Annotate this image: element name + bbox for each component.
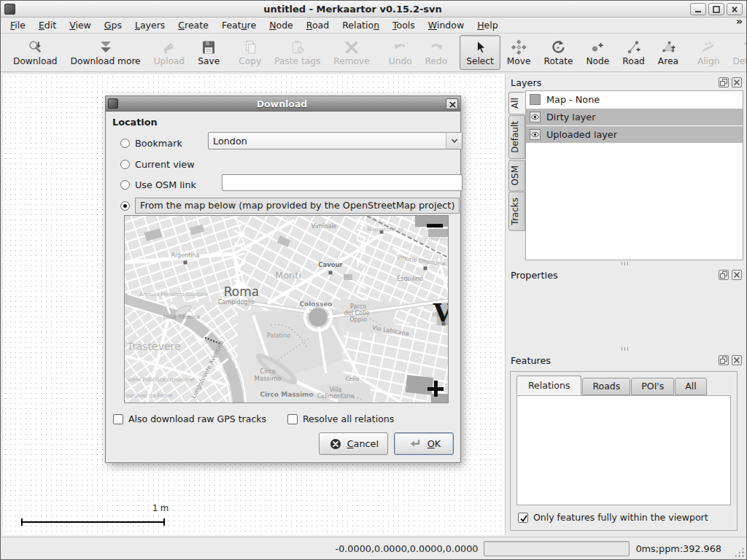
menu-view[interactable]: View	[63, 18, 98, 33]
features-list[interactable]	[516, 395, 731, 505]
layers-tab-tracks[interactable]: Tracks	[508, 192, 525, 231]
menu-tools[interactable]: Tools	[386, 18, 422, 33]
osm-link-input[interactable]	[222, 174, 462, 191]
toolbar-button-rotate[interactable]: Rotate	[538, 35, 580, 70]
layers-tab-all[interactable]: All	[508, 92, 525, 114]
layer-row[interactable]: Uploaded layer	[526, 126, 743, 144]
features-tab-pois[interactable]: POI's	[631, 378, 674, 395]
menu-edit[interactable]: Edit	[32, 18, 63, 33]
cancel-button-label: Cancel	[347, 438, 379, 449]
window-titlebar[interactable]: untitled - Merkaartor v0.15.2-svn	[1, 1, 746, 18]
toolbar-button-remove[interactable]: Remove	[327, 35, 376, 70]
toolbar-button-align[interactable]: Align	[691, 35, 727, 70]
layer-row[interactable]: Dirty layer	[526, 109, 743, 126]
menubar: FileEditViewGpsLayersCreateFeatureNodeRo…	[1, 18, 746, 34]
save-icon	[200, 39, 217, 56]
check-icon	[519, 514, 528, 523]
toolbar-button-label: Paste tags	[274, 56, 320, 66]
menu-file[interactable]: File	[4, 18, 32, 33]
menu-node[interactable]: Node	[263, 18, 300, 33]
toolbar-button-detach[interactable]: Detach	[726, 35, 747, 70]
menu-gps[interactable]: Gps	[98, 18, 128, 33]
map-zoom-in-button[interactable]	[427, 381, 444, 397]
menu-feature[interactable]: Feature	[215, 18, 263, 33]
map-label: Esquilino	[397, 276, 423, 282]
from-map-radio[interactable]	[120, 201, 130, 211]
float-icon	[719, 356, 728, 365]
dock-splitter[interactable]	[508, 260, 743, 267]
ok-button[interactable]: OK	[394, 432, 454, 455]
maximize-button[interactable]	[708, 3, 724, 15]
features-tab-relations[interactable]: Relations	[516, 376, 581, 395]
layer-swatch-icon[interactable]	[530, 94, 541, 105]
toolbar-button-redo[interactable]: Redo	[419, 35, 454, 70]
redo-icon	[427, 39, 445, 56]
layer-label: Dirty layer	[546, 112, 595, 122]
window-title: untitled - Merkaartor v0.15.2-svn	[15, 4, 690, 15]
bookmark-combobox[interactable]: London	[208, 132, 462, 149]
menu-window[interactable]: Window	[422, 18, 471, 33]
osm-map-preview[interactable]: ArgentinaViminaleNapoleone IIITermini - …	[124, 215, 449, 403]
window-resize-grip[interactable]	[734, 547, 744, 557]
viewport-filter-checkbox[interactable]	[518, 513, 528, 523]
toolbar-button-move[interactable]: Move	[500, 35, 538, 70]
minimize-button[interactable]	[690, 3, 706, 15]
layers-tab-default[interactable]: Default	[508, 115, 525, 159]
align-icon	[700, 39, 717, 56]
dock-splitter[interactable]	[508, 346, 743, 352]
gps-tracks-checkbox[interactable]	[113, 414, 123, 424]
scalebar-label: 1 m	[152, 503, 169, 513]
layers-float-button[interactable]	[719, 77, 729, 88]
toolbar-button-paste-tags[interactable]: Paste tags	[268, 35, 327, 70]
map-label: Termini - La	[422, 236, 449, 242]
toolbar-button-label: Upload	[154, 56, 185, 66]
layer-visibility-eye-icon[interactable]	[530, 129, 541, 140]
properties-float-button[interactable]	[719, 270, 729, 280]
download-more-icon	[97, 39, 115, 56]
toolbar-button-download-more[interactable]: Download more	[64, 35, 147, 70]
map-label: Celio	[346, 376, 360, 382]
osm-link-radio[interactable]	[120, 180, 130, 190]
features-tab-all[interactable]: All	[675, 378, 707, 395]
toolbar-button-save[interactable]: Save	[191, 35, 226, 70]
map-label: Monti	[275, 270, 301, 281]
menu-road[interactable]: Road	[300, 18, 336, 33]
combobox-dropdown-button[interactable]	[446, 133, 462, 149]
dialog-titlebar[interactable]: Download	[106, 96, 460, 112]
map-zoom-out-button[interactable]	[427, 224, 443, 228]
map-label: Colosseo	[299, 300, 332, 308]
layer-visibility-eye-icon[interactable]	[530, 112, 541, 122]
current-view-radio[interactable]	[120, 160, 130, 169]
toolbar-button-label: Download	[13, 56, 58, 66]
statusbar-perf: 0ms;ppm:392.968	[635, 543, 721, 554]
toolbar-button-download[interactable]: Download	[7, 35, 64, 70]
toolbar-button-copy[interactable]: Copy	[232, 35, 268, 70]
layer-row[interactable]: Map - None	[526, 91, 743, 109]
resolve-relations-checkbox[interactable]	[287, 414, 298, 424]
layers-close-button[interactable]	[732, 77, 742, 88]
layers-tab-osm[interactable]: OSM	[508, 160, 525, 191]
close-icon	[449, 101, 457, 109]
menu-help[interactable]: Help	[471, 18, 505, 33]
menu-create[interactable]: Create	[171, 18, 215, 33]
toolbar-button-area[interactable]: Area	[651, 35, 685, 70]
toolbar-button-node[interactable]: Node	[579, 35, 616, 70]
ok-button-label: OK	[427, 438, 441, 449]
close-button[interactable]	[727, 3, 743, 15]
menu-relation[interactable]: Relation	[336, 18, 386, 33]
features-tab-roads[interactable]: Roads	[582, 378, 630, 395]
menu-layers[interactable]: Layers	[128, 18, 171, 33]
cancel-button[interactable]: Cancel	[319, 432, 388, 455]
dialog-close-button[interactable]	[446, 98, 458, 109]
toolbar-button-label: Area	[658, 56, 678, 66]
toolbar-button-upload[interactable]: Upload	[147, 35, 192, 70]
features-float-button[interactable]	[719, 355, 729, 365]
map-label: Circo	[260, 368, 275, 375]
toolbar-button-select[interactable]: Select	[460, 35, 500, 70]
bookmark-radio[interactable]	[120, 139, 130, 148]
properties-close-button[interactable]	[732, 270, 742, 280]
toolbar-button-undo[interactable]: Undo	[382, 35, 419, 70]
toolbar-overflow-chevron[interactable]: »	[736, 15, 743, 27]
features-close-button[interactable]	[732, 355, 742, 365]
toolbar-button-road[interactable]: Road	[616, 35, 651, 70]
